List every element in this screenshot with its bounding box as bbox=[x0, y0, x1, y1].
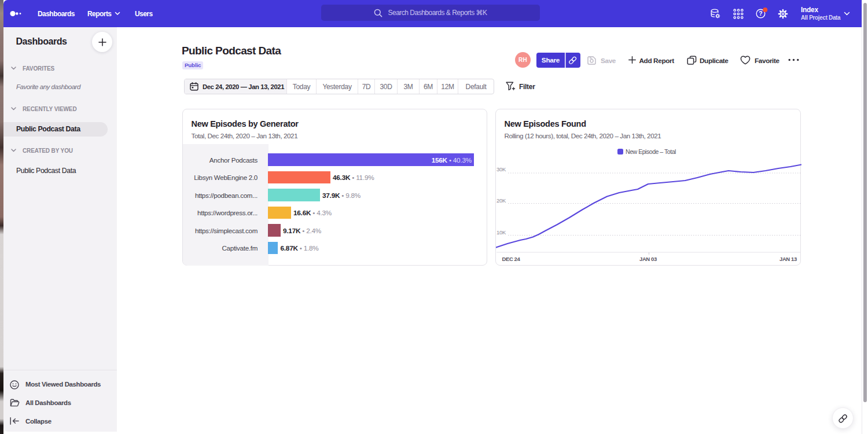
svg-text:?: ? bbox=[759, 10, 762, 17]
